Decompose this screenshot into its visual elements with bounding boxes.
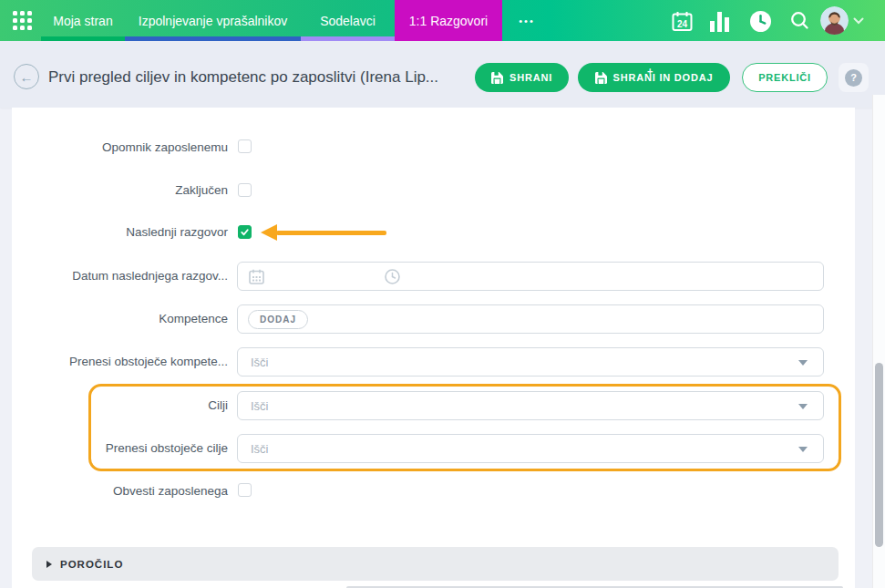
transfer-goals-select[interactable]: Išči <box>237 434 824 463</box>
annotation-arrow-head <box>261 224 277 241</box>
save-and-add-button-label: SHRANI IN DODAJ <box>613 72 714 83</box>
next-interview-datetime-field[interactable] <box>237 262 824 291</box>
page-title: Prvi pregled ciljev in kompetenc po zapo… <box>48 68 460 87</box>
question-icon: ? <box>845 69 862 87</box>
clock-icon[interactable] <box>750 11 771 32</box>
tab-11-razgovori-active[interactable]: 1:1 Razgovori <box>395 0 502 41</box>
next-interview-checkbox[interactable] <box>238 225 252 239</box>
save-and-add-button[interactable]: + SHRANI IN DODAJ <box>578 63 730 92</box>
next-interview-label: Naslednji razgovor <box>126 225 228 239</box>
calendar-icon[interactable]: 24 <box>672 11 693 32</box>
tab-sodelavci[interactable]: Sodelavci <box>301 0 395 41</box>
notify-employee-label: Obvesti zaposlenega <box>113 484 228 498</box>
dropdown-caret-icon <box>798 404 808 409</box>
add-competence-button[interactable]: DODAJ <box>248 310 308 329</box>
next-interview-date-label: Datum naslednjega razgov... <box>72 269 228 283</box>
transfer-goals-label: Prenesi obstoječe cilje <box>106 441 228 455</box>
tab-label: 1:1 Razgovori <box>409 14 488 28</box>
plus-icon: + <box>647 66 653 77</box>
help-button[interactable]: ? <box>839 63 869 92</box>
competences-label: Kompetence <box>159 312 228 325</box>
chevron-right-icon <box>46 561 52 568</box>
select-placeholder: Išči <box>251 356 269 369</box>
more-menu-button[interactable]: ••• <box>507 0 547 41</box>
clock-icon <box>385 269 400 284</box>
completed-label: Zaključen <box>175 183 228 197</box>
save-plus-icon <box>595 72 607 84</box>
cancel-button[interactable]: PREKLIČI <box>742 63 828 92</box>
svg-text:24: 24 <box>677 19 688 29</box>
apps-grid-icon[interactable] <box>13 11 32 30</box>
tab-label: Izpolnjevanje vprašalnikov <box>139 14 287 28</box>
goals-select[interactable]: Išči <box>237 391 824 420</box>
select-placeholder: Išči <box>251 442 269 456</box>
search-icon[interactable] <box>790 11 809 30</box>
save-button[interactable]: SHRANI <box>475 63 569 92</box>
report-section-header[interactable]: POROČILO <box>32 547 839 581</box>
select-placeholder: Išči <box>251 399 269 413</box>
tab-moja-stran[interactable]: Moja stran <box>41 0 125 41</box>
dropdown-caret-icon <box>798 447 808 452</box>
competences-field[interactable]: DODAJ <box>237 304 824 334</box>
tab-izpolnjevanje-vprasalnikov[interactable]: Izpolnjevanje vprašalnikov <box>125 0 301 41</box>
cancel-button-label: PREKLIČI <box>758 72 811 83</box>
tab-label: Sodelavci <box>320 14 376 28</box>
reminder-employee-checkbox[interactable] <box>238 139 252 153</box>
back-button[interactable]: ← <box>14 64 39 89</box>
bar-chart-icon[interactable] <box>710 12 732 32</box>
app-window: Moja stran Izpolnjevanje vprašalnikov So… <box>0 0 885 588</box>
checkmark-icon <box>240 227 250 237</box>
annotation-arrow <box>276 231 386 235</box>
reminder-employee-label: Opomnik zaposlenemu <box>102 140 228 154</box>
scrollbar-thumb[interactable] <box>875 363 883 547</box>
chevron-down-icon[interactable] <box>853 17 864 25</box>
report-section-label: POROČILO <box>60 559 123 570</box>
top-navigation-bar: Moja stran Izpolnjevanje vprašalnikov So… <box>0 0 885 41</box>
page-header: ← Prvi pregled ciljev in kompetenc po za… <box>0 41 885 108</box>
calendar-icon <box>249 269 264 284</box>
notify-employee-checkbox[interactable] <box>238 483 252 497</box>
save-button-label: SHRANI <box>509 72 552 83</box>
save-icon <box>491 72 503 84</box>
back-arrow-icon: ← <box>20 69 34 85</box>
transfer-competences-label: Prenesi obstoječe kompete... <box>69 355 228 368</box>
tab-label: Moja stran <box>53 14 112 28</box>
dropdown-caret-icon <box>798 360 808 366</box>
transfer-competences-select[interactable]: Išči <box>237 347 824 377</box>
user-avatar[interactable] <box>820 6 849 35</box>
goals-label: Cilji <box>208 398 228 412</box>
completed-checkbox[interactable] <box>238 183 252 197</box>
